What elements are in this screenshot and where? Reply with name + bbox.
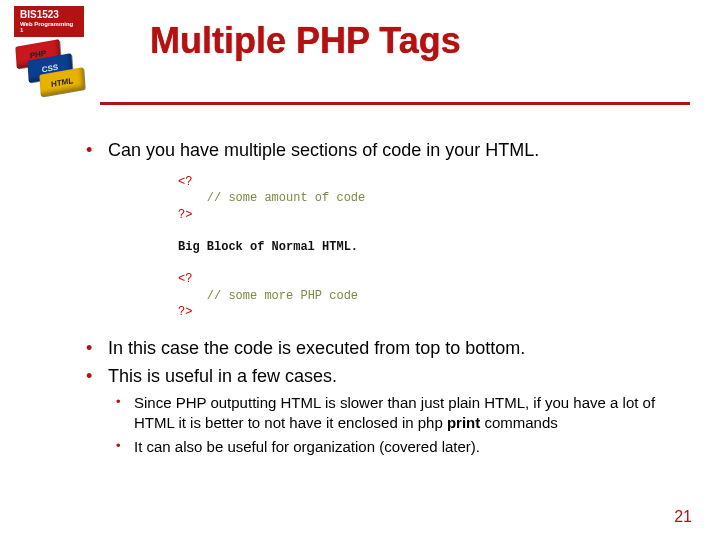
bullet-list: Can you have multiple sections of code i… bbox=[80, 138, 680, 162]
code-close-2: ?> bbox=[178, 305, 192, 319]
bullet-2: In this case the code is executed from t… bbox=[80, 336, 680, 360]
sub-bullet-1: Since PHP outputting HTML is slower than… bbox=[108, 393, 680, 434]
slide: BIS1523 Web Programming 1 PHP CSS HTML M… bbox=[0, 0, 720, 540]
sub1-bold: print bbox=[447, 414, 480, 431]
title-divider bbox=[100, 102, 690, 105]
code-example: <? // some amount of code ?> Big Block o… bbox=[178, 174, 680, 320]
code-open-2: <? bbox=[178, 272, 192, 286]
course-subtitle: Web Programming 1 bbox=[20, 21, 78, 33]
course-logo: BIS1523 Web Programming 1 PHP CSS HTML bbox=[14, 6, 104, 111]
code-html-block: Big Block of Normal HTML. bbox=[178, 240, 358, 254]
course-tag: BIS1523 Web Programming 1 bbox=[14, 6, 84, 37]
bullet-list-2: In this case the code is executed from t… bbox=[80, 336, 680, 457]
page-number: 21 bbox=[674, 508, 692, 526]
lego-bricks-icon: PHP CSS HTML bbox=[14, 41, 104, 111]
slide-title: Multiple PHP Tags bbox=[150, 20, 461, 62]
code-comment-2: // some more PHP code bbox=[207, 289, 358, 303]
slide-body: Can you have multiple sections of code i… bbox=[80, 138, 680, 461]
slide-header: BIS1523 Web Programming 1 PHP CSS HTML M… bbox=[0, 0, 720, 120]
code-comment-1: // some amount of code bbox=[207, 191, 365, 205]
code-open-1: <? bbox=[178, 175, 192, 189]
course-code: BIS1523 bbox=[20, 9, 78, 20]
sub1-pre: Since PHP outputting HTML is slower than… bbox=[134, 394, 655, 431]
bullet-3-text: This is useful in a few cases. bbox=[108, 366, 337, 386]
sub-bullet-2: It can also be useful for organization (… bbox=[108, 437, 680, 457]
bullet-1: Can you have multiple sections of code i… bbox=[80, 138, 680, 162]
sub-bullet-list: Since PHP outputting HTML is slower than… bbox=[108, 393, 680, 458]
bullet-3: This is useful in a few cases. Since PHP… bbox=[80, 364, 680, 457]
sub1-post: commands bbox=[480, 414, 558, 431]
code-close-1: ?> bbox=[178, 208, 192, 222]
